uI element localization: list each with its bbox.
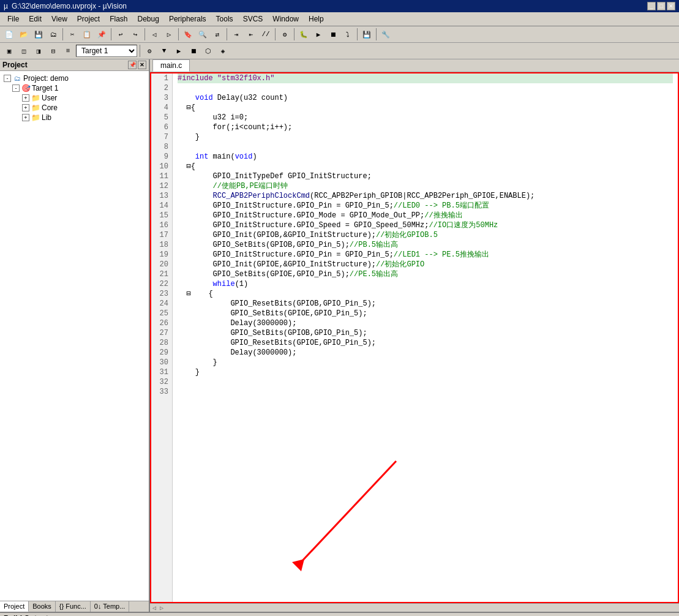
tb2-btn3[interactable]: ◨ bbox=[32, 44, 45, 58]
mem-btn[interactable]: 💾 bbox=[360, 28, 373, 41]
build-output-panel: Build Output Build started: Project: dem… bbox=[0, 612, 679, 616]
nav-back-btn[interactable]: ◁ bbox=[148, 28, 161, 41]
menu-svcs[interactable]: SVCS bbox=[238, 13, 268, 24]
copy-btn[interactable]: 📋 bbox=[80, 28, 94, 41]
core-folder-label: Core bbox=[42, 103, 58, 112]
tb2-extra2-btn[interactable]: ◈ bbox=[216, 44, 230, 58]
tb2-btn5[interactable]: ≡ bbox=[61, 44, 75, 58]
expander-lib[interactable]: + bbox=[22, 114, 29, 121]
bookmark-btn[interactable]: 🔖 bbox=[181, 28, 195, 41]
project-panel-tabs: Project Books {} Func... 0↓ Temp... bbox=[0, 601, 149, 612]
save-btn[interactable]: 💾 bbox=[32, 28, 45, 41]
undo-btn[interactable]: ↩ bbox=[114, 28, 127, 41]
open-btn[interactable]: 📂 bbox=[17, 28, 31, 41]
menu-edit[interactable]: Edit bbox=[24, 13, 47, 24]
replace-btn[interactable]: ⇄ bbox=[211, 28, 224, 41]
panel-header-icons: 📌 ✕ bbox=[128, 61, 146, 69]
tab-books[interactable]: Books bbox=[29, 601, 56, 612]
maximize-btn[interactable]: □ bbox=[657, 2, 666, 10]
tb2-extra-btn[interactable]: ⬡ bbox=[201, 44, 215, 58]
sep9 bbox=[376, 28, 377, 40]
code-editor[interactable]: 1234567891011121314151617181920212223242… bbox=[150, 72, 679, 603]
run-btn[interactable]: ▶ bbox=[312, 28, 325, 41]
build-all-btn[interactable]: ⚙ bbox=[278, 28, 291, 41]
tree-folder-user[interactable]: + 📁 User bbox=[2, 93, 146, 103]
indent-btn[interactable]: ⇥ bbox=[230, 28, 243, 41]
expander-user[interactable]: + bbox=[22, 94, 29, 102]
sep4 bbox=[178, 28, 179, 40]
minimize-btn[interactable]: _ bbox=[647, 2, 656, 10]
tb2-btn4[interactable]: ⊟ bbox=[47, 44, 60, 58]
target-select[interactable]: Target 1 bbox=[76, 45, 137, 57]
tab-project[interactable]: Project bbox=[0, 601, 29, 612]
unindent-btn[interactable]: ⇤ bbox=[244, 28, 258, 41]
debug-btn[interactable]: 🐛 bbox=[297, 28, 310, 41]
sep5 bbox=[227, 28, 227, 40]
tab-templates[interactable]: 0↓ Temp... bbox=[91, 601, 130, 612]
tb2-btn2[interactable]: ◫ bbox=[17, 44, 31, 58]
menu-debug[interactable]: Debug bbox=[133, 13, 164, 24]
app-icon: µ bbox=[4, 2, 8, 10]
sep1 bbox=[62, 28, 63, 40]
target-icon: 🎯 bbox=[21, 84, 31, 92]
sep3 bbox=[144, 28, 145, 40]
sep7 bbox=[294, 28, 294, 40]
tree-target1[interactable]: - 🎯 Target 1 bbox=[2, 83, 146, 93]
save-all-btn[interactable]: 🗂 bbox=[47, 28, 60, 41]
options-btn[interactable]: 🔧 bbox=[379, 28, 392, 41]
tb2-load-btn[interactable]: ▼ bbox=[157, 44, 171, 58]
tree-project-root[interactable]: - 🗂 Project: demo bbox=[2, 73, 146, 83]
menu-flash[interactable]: Flash bbox=[105, 13, 132, 24]
menu-window[interactable]: Window bbox=[268, 13, 304, 24]
tree-folder-lib[interactable]: + 📁 Lib bbox=[2, 113, 146, 122]
menu-project[interactable]: Project bbox=[72, 13, 105, 24]
tb2-stop2-btn[interactable]: ⏹ bbox=[187, 44, 200, 58]
build-output-header: Build Output bbox=[0, 613, 679, 616]
scrollbar-indicator: ◁ ▷ bbox=[150, 604, 166, 612]
menu-file[interactable]: File bbox=[2, 13, 24, 24]
code-content: 1234567891011121314151617181920212223242… bbox=[151, 73, 678, 602]
find-btn[interactable]: 🔍 bbox=[196, 28, 209, 41]
paste-btn[interactable]: 📌 bbox=[95, 28, 108, 41]
stop-btn[interactable]: ⏹ bbox=[326, 28, 340, 41]
panel-pin-btn[interactable]: 📌 bbox=[128, 61, 137, 69]
nav-fwd-btn[interactable]: ▷ bbox=[162, 28, 176, 41]
project-panel-header: Project 📌 ✕ bbox=[0, 59, 149, 71]
h-scrollbar[interactable]: ◁ ▷ bbox=[150, 603, 679, 612]
tb2-run2-btn[interactable]: ▶ bbox=[172, 44, 186, 58]
main-layout: Project 📌 ✕ - 🗂 Project: demo - 🎯 Target… bbox=[0, 59, 679, 612]
tree-folder-core[interactable]: + 📁 Core bbox=[2, 103, 146, 113]
toolbar-main: 📄 📂 💾 🗂 ✂ 📋 📌 ↩ ↪ ◁ ▷ 🔖 🔍 ⇄ ⇥ ⇤ // ⚙ 🐛 ▶… bbox=[0, 26, 679, 43]
title-bar: µ G:\32\demo\demo.uvprojx - µVision _ □ … bbox=[0, 0, 679, 12]
expander-core[interactable]: + bbox=[22, 104, 29, 111]
project-root-label: Project: demo bbox=[23, 74, 69, 83]
sep2 bbox=[111, 28, 111, 40]
project-panel-title: Project bbox=[2, 61, 28, 69]
cut-btn[interactable]: ✂ bbox=[66, 28, 79, 41]
code-lines[interactable]: #include "stm32f10x.h" void Delay(u32 co… bbox=[173, 73, 678, 602]
menu-peripherals[interactable]: Peripherals bbox=[164, 13, 211, 24]
panel-close-btn[interactable]: ✕ bbox=[138, 61, 146, 69]
lib-folder-icon: 📁 bbox=[31, 113, 40, 122]
step-btn[interactable]: ⤵ bbox=[341, 28, 355, 41]
redo-btn[interactable]: ↪ bbox=[129, 28, 142, 41]
menu-view[interactable]: View bbox=[47, 13, 72, 24]
tb2-btn1[interactable]: ▣ bbox=[2, 44, 16, 58]
lib-folder-label: Lib bbox=[42, 113, 51, 122]
toolbar-secondary: ▣ ◫ ◨ ⊟ ≡ Target 1 ⚙ ▼ ▶ ⏹ ⬡ ◈ bbox=[0, 43, 679, 59]
project-tree: - 🗂 Project: demo - 🎯 Target 1 + 📁 User … bbox=[0, 71, 149, 601]
comment-btn[interactable]: // bbox=[259, 28, 272, 41]
tab-functions[interactable]: {} Func... bbox=[56, 601, 91, 612]
code-tab-mainc[interactable]: main.c bbox=[152, 59, 190, 72]
new-file-btn[interactable]: 📄 bbox=[2, 28, 16, 41]
menu-help[interactable]: Help bbox=[304, 13, 329, 24]
user-folder-label: User bbox=[42, 94, 57, 102]
close-btn[interactable]: ✕ bbox=[667, 2, 675, 10]
expander-target[interactable]: - bbox=[12, 85, 20, 92]
title-text: G:\32\demo\demo.uvprojx - µVision bbox=[12, 2, 127, 10]
tb2-config-btn[interactable]: ⚙ bbox=[143, 44, 156, 58]
menu-tools[interactable]: Tools bbox=[211, 13, 238, 24]
sep8 bbox=[357, 28, 358, 40]
sep6 bbox=[275, 28, 276, 40]
expander-root[interactable]: - bbox=[4, 75, 11, 82]
